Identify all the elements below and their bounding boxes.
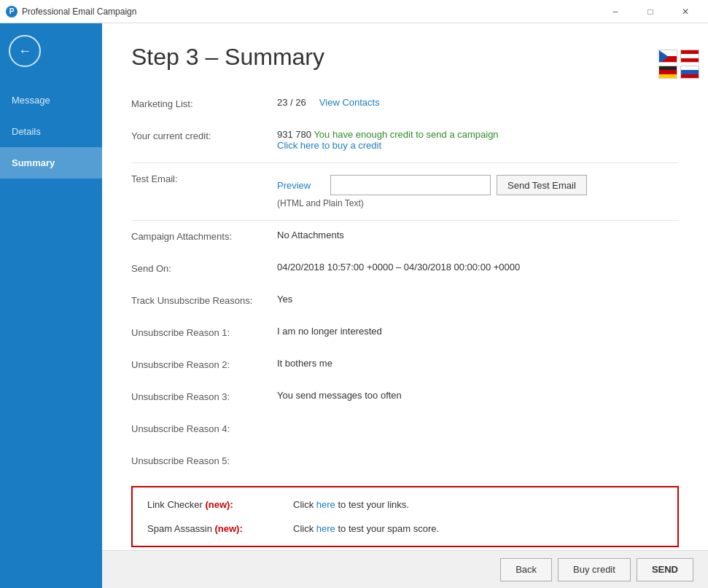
minimize-button[interactable]: –: [599, 0, 632, 23]
link-checker-badge: (new):: [206, 499, 233, 510]
attachments-label: Campaign Attachments:: [131, 230, 277, 242]
link-checker-here-link[interactable]: here: [316, 499, 335, 510]
sidebar-item-details[interactable]: Details: [0, 116, 102, 147]
marketing-list-row: Marketing List: 23 / 26 View Contacts: [131, 97, 679, 117]
spam-assassin-here-link[interactable]: here: [316, 523, 335, 534]
attachments-value: No Attachments: [277, 230, 679, 240]
divider-2: [131, 220, 679, 221]
credit-value: 931 780 You have enough credit to send a…: [277, 129, 679, 151]
unsub-reason-4-label: Unsubscribe Reason 4:: [131, 422, 277, 434]
track-unsub-row: Track Unsubscribe Reasons: Yes: [131, 294, 679, 314]
send-on-label: Send On:: [131, 262, 277, 274]
page-title: Step 3 – Summary: [131, 44, 679, 71]
content-header: Step 3 – Summary: [102, 23, 708, 82]
credit-row: Your current credit: 931 780 You have en…: [131, 129, 679, 151]
marketing-list-label: Marketing List:: [131, 97, 277, 109]
bottom-bar: Back Buy credit SEND: [102, 550, 708, 588]
send-test-email-button[interactable]: Send Test Email: [497, 175, 587, 195]
app-icon: P: [6, 6, 17, 17]
unsub-reason-2-label: Unsubscribe Reason 2:: [131, 358, 277, 370]
unsub-reason-2-value: It bothers me: [277, 358, 679, 369]
checker-box: Link Checker (new): Click here to test y…: [131, 486, 679, 547]
spam-assassin-row: Spam Assassin (new): Click here to test …: [147, 523, 663, 534]
unsub-reason-2-row: Unsubscribe Reason 2: It bothers me: [131, 358, 679, 378]
preview-sublabel: (HTML and Plain Text): [277, 198, 679, 208]
track-unsub-value: Yes: [277, 294, 679, 305]
unsub-reason-5-label: Unsubscribe Reason 5:: [131, 454, 277, 466]
maximize-button[interactable]: □: [634, 0, 667, 23]
window-controls: – □ ✕: [599, 0, 702, 23]
link-checker-label: Link Checker (new):: [147, 499, 293, 510]
send-on-row: Send On: 04/20/2018 10:57:00 +0000 – 04/…: [131, 262, 679, 282]
sidebar-item-summary[interactable]: Summary: [0, 147, 102, 179]
attachments-row: Campaign Attachments: No Attachments: [131, 230, 679, 250]
unsub-reason-5-row: Unsubscribe Reason 5:: [131, 454, 679, 474]
spam-assassin-label: Spam Assassin (new):: [147, 523, 293, 534]
view-contacts-link[interactable]: View Contacts: [319, 97, 380, 108]
unsub-reason-4-row: Unsubscribe Reason 4:: [131, 422, 679, 442]
unsub-reason-1-row: Unsubscribe Reason 1: I am no longer int…: [131, 326, 679, 346]
unsub-reason-1-label: Unsubscribe Reason 1:: [131, 326, 277, 338]
credit-label: Your current credit:: [131, 129, 277, 141]
spam-assassin-text: Click here to test your spam score.: [293, 523, 439, 534]
app-title: Professional Email Campaign: [22, 7, 599, 17]
unsub-reason-1-value: I am no longer interested: [277, 326, 679, 337]
sidebar-nav: Message Details Summary: [0, 85, 102, 179]
track-unsub-label: Track Unsubscribe Reasons:: [131, 294, 277, 306]
title-bar: P Professional Email Campaign – □ ✕: [0, 0, 708, 23]
spam-assassin-badge: (new):: [215, 523, 243, 534]
content-body: Marketing List: 23 / 26 View Contacts Yo…: [102, 82, 708, 550]
divider-1: [131, 162, 679, 163]
test-email-label: Test Email:: [131, 172, 277, 184]
test-email-row: Test Email: Preview Send Test Email (HTM…: [131, 172, 679, 208]
sidebar: ← Message Details Summary: [0, 23, 102, 588]
unsub-reason-3-value: You send messages too often: [277, 390, 679, 401]
test-email-value: Preview Send Test Email (HTML and Plain …: [277, 172, 679, 208]
unsub-reason-3-row: Unsubscribe Reason 3: You send messages …: [131, 390, 679, 410]
preview-link[interactable]: Preview: [277, 180, 311, 191]
link-checker-row: Link Checker (new): Click here to test y…: [147, 499, 663, 510]
sidebar-item-message[interactable]: Message: [0, 85, 102, 116]
back-button[interactable]: ←: [9, 35, 41, 67]
credit-status: You have enough credit to send a campaig…: [314, 129, 498, 140]
buy-credit-bottom-button[interactable]: Buy credit: [558, 558, 631, 581]
link-checker-text: Click here to test your links.: [293, 499, 409, 510]
test-email-input[interactable]: [330, 175, 491, 195]
send-button[interactable]: SEND: [637, 558, 693, 581]
credit-number: 931 780: [277, 129, 311, 140]
app-body: ← Message Details Summary: [0, 23, 708, 588]
send-on-value: 04/20/2018 10:57:00 +0000 – 04/30/2018 0…: [277, 262, 679, 273]
unsub-reason-3-label: Unsubscribe Reason 3:: [131, 390, 277, 402]
back-bottom-button[interactable]: Back: [500, 558, 552, 581]
close-button[interactable]: ✕: [669, 0, 702, 23]
marketing-list-value: 23 / 26 View Contacts: [277, 97, 679, 108]
content-area: Step 3 – Summary Marketing List: 23 / 26…: [102, 23, 708, 588]
buy-credit-inline-link[interactable]: Click here to buy a credit: [277, 140, 679, 151]
